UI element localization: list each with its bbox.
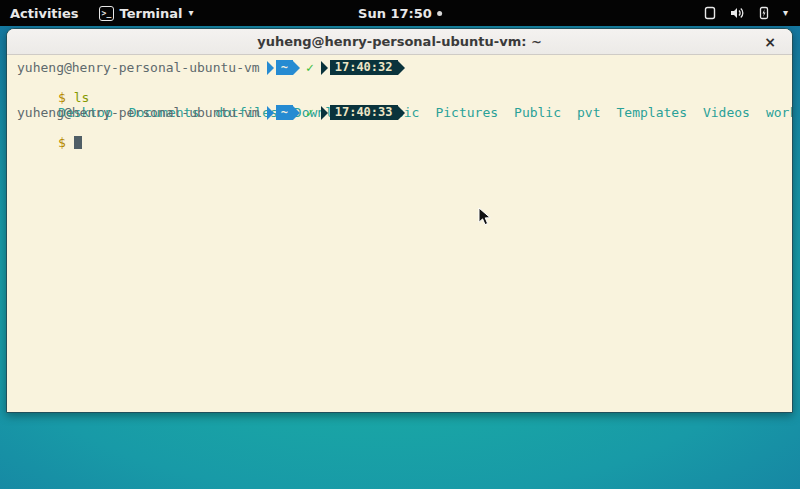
command-text: ls bbox=[74, 90, 90, 105]
clock-label: Sun 17:50 bbox=[358, 6, 432, 21]
dir-entry: Templates bbox=[617, 105, 687, 120]
powerline-time-segment: 17:40:33 bbox=[321, 105, 405, 120]
prompt-line: yuheng@henry-personal-ubuntu-vm ~ ✓ 17:4… bbox=[9, 60, 790, 75]
app-menu-label: Terminal bbox=[120, 6, 183, 21]
powerline-cwd-segment: ~ bbox=[267, 60, 300, 75]
prompt-user-host: yuheng@henry-personal-ubuntu-vm bbox=[17, 105, 260, 120]
activities-button[interactable]: Activities bbox=[10, 6, 79, 21]
prompt-user-host: yuheng@henry-personal-ubuntu-vm bbox=[17, 60, 260, 75]
ls-output-line: DesktopDocumentsdotfilesDownloadsMusicPi… bbox=[9, 90, 790, 105]
volume-icon bbox=[729, 5, 745, 21]
battery-charging-icon bbox=[756, 5, 772, 21]
dir-entry: Public bbox=[514, 105, 561, 120]
system-menu[interactable]: ▾ bbox=[702, 5, 800, 21]
close-button[interactable]: × bbox=[764, 35, 776, 49]
status-check-icon: ✓ bbox=[306, 60, 314, 75]
dir-entry: pvt bbox=[577, 105, 600, 120]
terminal-cursor bbox=[74, 136, 82, 149]
dir-entry: workspace bbox=[766, 105, 793, 120]
command-line: $ls bbox=[9, 75, 790, 90]
dir-entry: Videos bbox=[703, 105, 750, 120]
dir-entry: Pictures bbox=[435, 105, 498, 120]
clock-button[interactable]: Sun 17:50 bbox=[358, 6, 442, 21]
screen-icon bbox=[702, 5, 718, 21]
terminal-content[interactable]: yuheng@henry-personal-ubuntu-vm ~ ✓ 17:4… bbox=[7, 56, 792, 412]
titlebar[interactable]: yuheng@henry-personal-ubuntu-vm: ~ × bbox=[7, 29, 792, 55]
cwd-label: ~ bbox=[276, 60, 293, 75]
status-check-icon: ✓ bbox=[306, 105, 314, 120]
notification-dot bbox=[437, 11, 442, 16]
powerline-time-segment: 17:40:32 bbox=[321, 60, 405, 75]
chevron-down-icon: ▾ bbox=[188, 8, 193, 18]
input-line[interactable]: $ bbox=[9, 120, 790, 135]
app-menu-terminal[interactable]: >_ Terminal ▾ bbox=[99, 6, 194, 21]
time-label: 17:40:33 bbox=[330, 105, 398, 120]
prompt-symbol: $ bbox=[58, 90, 66, 105]
terminal-window: yuheng@henry-personal-ubuntu-vm: ~ × yuh… bbox=[6, 28, 793, 413]
prompt-symbol: $ bbox=[58, 135, 66, 150]
time-label: 17:40:32 bbox=[330, 60, 398, 75]
powerline-cwd-segment: ~ bbox=[267, 105, 300, 120]
chevron-down-icon: ▾ bbox=[783, 8, 788, 18]
window-title: yuheng@henry-personal-ubuntu-vm: ~ bbox=[257, 34, 542, 49]
terminal-icon: >_ bbox=[99, 6, 114, 21]
top-bar: Activities >_ Terminal ▾ Sun 17:50 ▾ bbox=[0, 0, 800, 26]
cwd-label: ~ bbox=[276, 105, 293, 120]
mouse-pointer-icon bbox=[478, 207, 492, 231]
